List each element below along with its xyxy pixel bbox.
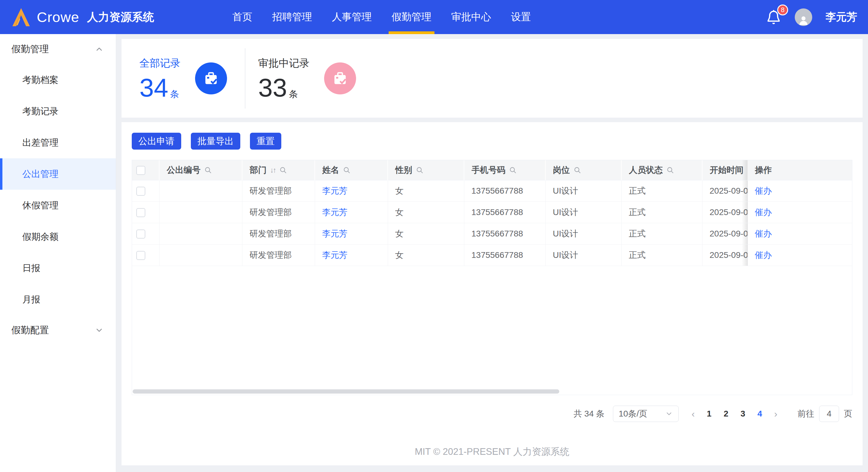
cell-gender: 女 — [388, 223, 464, 244]
select-all-checkbox[interactable] — [136, 166, 145, 175]
toolbar: 公出申请 批量导出 重置 — [132, 133, 852, 150]
search-icon[interactable] — [204, 166, 212, 174]
search-icon[interactable] — [279, 166, 287, 174]
table-row: 研发管理部 李元芳 女 13755667788 UI设计 正式 2025-09-… — [132, 180, 852, 202]
reset-button[interactable]: 重置 — [250, 133, 281, 150]
urge-action-link[interactable]: 催办 — [755, 250, 772, 260]
chevron-down-icon — [665, 410, 673, 418]
page-size-select[interactable]: 10条/页 — [613, 406, 679, 422]
nav-item-attendance[interactable]: 假勤管理 — [389, 0, 434, 34]
search-icon[interactable] — [509, 166, 517, 174]
sidebar-item-leave-management[interactable]: 休假管理 — [0, 190, 116, 221]
employee-name-link[interactable]: 李元芳 — [322, 250, 348, 260]
sidebar-group-attendance-config[interactable]: 假勤配置 — [0, 315, 116, 345]
employee-name-link[interactable]: 李元芳 — [322, 186, 348, 196]
urge-action-link[interactable]: 催办 — [755, 229, 772, 238]
stat-value: 34 条 — [140, 75, 181, 100]
notification-badge: 8 — [777, 4, 788, 16]
cell-phone: 13755667788 — [464, 202, 546, 223]
cell-outing-id — [159, 202, 242, 223]
username[interactable]: 李元芳 — [826, 10, 857, 24]
page-number-2[interactable]: 2 — [719, 409, 733, 419]
notification-bell-button[interactable]: 8 — [766, 9, 781, 26]
nav-item-settings[interactable]: 设置 — [508, 0, 534, 34]
batch-export-button[interactable]: 批量导出 — [191, 133, 240, 150]
next-page-icon[interactable]: › — [770, 408, 782, 419]
row-checkbox[interactable] — [136, 208, 145, 217]
sidebar-item-leave-balance[interactable]: 假期余额 — [0, 221, 116, 253]
records-table-container: 公出编号 部门↓↑ 姓名 性别 手机号码 岗位 人员状态 开始时间 操作 — [132, 160, 852, 395]
urge-action-link[interactable]: 催办 — [755, 207, 772, 217]
column-label: 公出编号 — [167, 165, 200, 176]
chevron-up-icon — [95, 45, 104, 54]
cell-dept: 研发管理部 — [242, 223, 315, 244]
cell-status: 正式 — [621, 180, 702, 202]
row-checkbox[interactable] — [136, 187, 145, 196]
table-row: 研发管理部 李元芳 女 13755667788 UI设计 正式 2025-09-… — [132, 202, 852, 223]
column-label: 人员状态 — [629, 165, 663, 176]
column-label: 性别 — [395, 165, 412, 176]
search-icon[interactable] — [574, 166, 581, 174]
nav-item-home[interactable]: 首页 — [229, 0, 255, 34]
stat-unit: 条 — [170, 90, 179, 99]
stat-pending-records: 审批中记录 33 条 — [245, 56, 369, 100]
sidebar-item-monthly-report[interactable]: 月报 — [0, 284, 116, 315]
cell-gender: 女 — [388, 202, 464, 223]
column-label: 操作 — [755, 165, 772, 176]
cell-outing-id — [159, 244, 242, 266]
page-number-1[interactable]: 1 — [702, 409, 716, 419]
search-icon[interactable] — [666, 166, 674, 174]
user-icon — [798, 14, 809, 26]
sidebar-group-attendance[interactable]: 假勤管理 — [0, 34, 116, 64]
briefcase-icon-blue — [195, 62, 227, 94]
sidebar-item-attendance-archive[interactable]: 考勤档案 — [0, 64, 116, 96]
search-icon[interactable] — [343, 166, 351, 174]
stat-total-records: 全部记录 34 条 — [122, 56, 245, 100]
employee-name-link[interactable]: 李元芳 — [322, 229, 348, 238]
cell-status: 正式 — [621, 223, 702, 244]
stat-value: 33 条 — [258, 75, 310, 100]
row-checkbox[interactable] — [136, 251, 145, 260]
header-right: 8 李元芳 — [766, 8, 857, 26]
table-row: 研发管理部 李元芳 女 13755667788 UI设计 正式 2025-09-… — [132, 244, 852, 266]
cell-gender: 女 — [388, 180, 464, 202]
goto-page: 前往 页 — [798, 406, 852, 422]
stat-label: 全部记录 — [140, 56, 181, 70]
column-label: 姓名 — [322, 165, 339, 176]
nav-item-approval[interactable]: 审批中心 — [448, 0, 494, 34]
prev-page-icon[interactable]: ‹ — [687, 408, 699, 419]
sidebar-item-outing-management[interactable]: 公出管理 — [0, 158, 116, 190]
goto-page-input[interactable] — [819, 406, 839, 422]
chevron-down-icon — [95, 326, 104, 335]
nav-item-hr[interactable]: 人事管理 — [329, 0, 375, 34]
row-checkbox[interactable] — [136, 230, 145, 239]
page-number-3[interactable]: 3 — [736, 409, 750, 419]
search-icon[interactable] — [416, 166, 424, 174]
cell-post: UI设计 — [546, 202, 621, 223]
cell-start-time: 2025-09-03 — [702, 202, 747, 223]
column-label: 岗位 — [553, 165, 570, 176]
logo[interactable]: Crowe 人力资源系统 — [11, 7, 154, 27]
nav-item-recruit[interactable]: 招聘管理 — [269, 0, 315, 34]
stat-unit: 条 — [289, 90, 298, 99]
cell-phone: 13755667788 — [464, 223, 546, 244]
briefcase-icon-pink — [324, 62, 356, 94]
pagination: 共 34 条 10条/页 ‹ 1 2 3 4 › 前往 页 — [132, 406, 852, 422]
cell-start-time: 2025-09-05 — [702, 223, 747, 244]
page-number-4[interactable]: 4 — [753, 409, 767, 419]
horizontal-scrollbar-thumb[interactable] — [133, 389, 559, 393]
sort-icon[interactable]: ↓↑ — [270, 166, 276, 174]
sidebar-item-business-trip[interactable]: 出差管理 — [0, 127, 116, 158]
app-header: Crowe 人力资源系统 首页 招聘管理 人事管理 假勤管理 审批中心 设置 8… — [0, 0, 868, 34]
outing-apply-button[interactable]: 公出申请 — [132, 133, 181, 150]
avatar[interactable] — [795, 8, 812, 26]
app-title: 人力资源系统 — [87, 10, 154, 25]
urge-action-link[interactable]: 催办 — [755, 186, 772, 196]
sidebar-item-daily-report[interactable]: 日报 — [0, 253, 116, 284]
stat-number: 33 — [258, 75, 287, 100]
employee-name-link[interactable]: 李元芳 — [322, 207, 348, 217]
sidebar-item-attendance-records[interactable]: 考勤记录 — [0, 96, 116, 127]
brand-name: Crowe — [37, 9, 79, 25]
cell-outing-id — [159, 223, 242, 244]
crowe-logo-icon — [11, 7, 31, 27]
